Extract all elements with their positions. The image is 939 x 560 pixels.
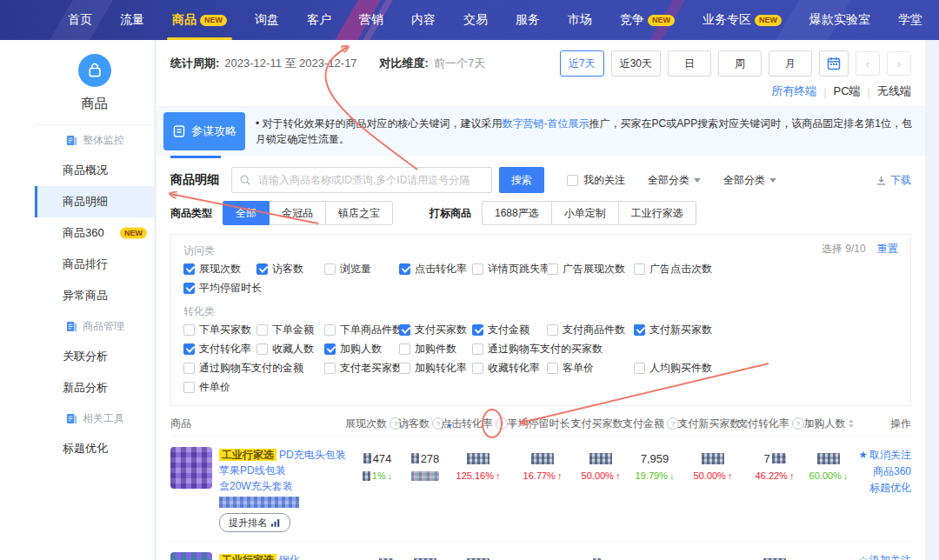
nav-item-流量[interactable]: 流量	[106, 0, 158, 40]
checkbox-icon[interactable]	[183, 324, 195, 336]
product-title-link[interactable]: 钢化	[279, 554, 300, 560]
metric-checkbox-支付转化率[interactable]: 支付转化率	[183, 342, 256, 357]
reset-link[interactable]: 重置	[877, 243, 898, 255]
metric-checkbox-点击转化率[interactable]: 点击转化率	[399, 262, 472, 277]
action-link-标题优化[interactable]: 标题优化	[852, 480, 911, 497]
metric-checkbox-广告点击次数[interactable]: 广告点击次数	[634, 262, 898, 277]
nav-item-内容[interactable]: 内容	[397, 0, 450, 40]
mark-option-1688严选[interactable]: 1688严选	[482, 201, 552, 225]
checkbox-icon[interactable]	[256, 343, 268, 355]
sidebar-item-新品分析[interactable]: 新品分析	[35, 372, 154, 403]
metric-checkbox-客单价[interactable]: 客单价	[547, 361, 634, 376]
type-option-金冠品[interactable]: 金冠品	[269, 201, 326, 225]
checkbox-icon[interactable]	[472, 363, 483, 374]
checkbox-icon[interactable]	[399, 363, 410, 374]
strategy-badge[interactable]: 参谋攻略	[163, 112, 245, 150]
sidebar-group-相关工具[interactable]: 相关工具	[35, 403, 154, 433]
category-dropdown-2[interactable]: 全部分类	[723, 173, 776, 188]
metric-checkbox-展现次数[interactable]: 展现次数	[183, 262, 256, 277]
category-dropdown-1[interactable]: 全部分类	[648, 173, 701, 188]
nav-item-业务专区[interactable]: 业务专区NEW	[689, 0, 796, 40]
help-icon[interactable]: ?	[792, 417, 804, 430]
metric-checkbox-加购转化率[interactable]: 加购转化率	[399, 361, 472, 376]
type-option-全部[interactable]: 全部	[223, 201, 270, 225]
mark-option-工业行家选[interactable]: 工业行家选	[618, 201, 696, 225]
terminal-所有终端[interactable]: 所有终端	[771, 83, 816, 99]
nav-item-爆款实验室[interactable]: 爆款实验室	[796, 0, 884, 40]
metric-checkbox-下单商品件数[interactable]: 下单商品件数	[324, 323, 399, 337]
metric-checkbox-支付买家数[interactable]: 支付买家数	[399, 323, 472, 337]
metric-checkbox-支付商品件数[interactable]: 支付商品件数	[547, 323, 634, 337]
checkbox-icon[interactable]	[634, 363, 645, 374]
tip-link[interactable]: 数字营销-首位展示	[503, 117, 589, 130]
nav-item-交易[interactable]: 交易	[450, 0, 502, 40]
nav-item-服务[interactable]: 服务	[502, 0, 554, 40]
metric-checkbox-详情页跳失率[interactable]: 详情页跳失率	[472, 262, 547, 277]
nav-item-商品[interactable]: 商品NEW	[158, 0, 241, 40]
rank-boost-button[interactable]: 提升排名	[219, 513, 290, 532]
product-title-link[interactable]: 盒20W充头套装	[219, 480, 293, 492]
metric-checkbox-广告展现次数[interactable]: 广告展现次数	[547, 262, 634, 277]
sidebar-item-商品360[interactable]: 商品360NEW	[35, 217, 154, 249]
range-button-周[interactable]: 周	[718, 50, 762, 77]
checkbox-icon[interactable]	[547, 263, 558, 275]
action-link-添加关注[interactable]: ☆添加关注	[852, 552, 911, 560]
range-button-近30天[interactable]: 近30天	[611, 50, 661, 77]
metric-checkbox-平均停留时长[interactable]: 平均停留时长	[183, 281, 256, 296]
checkbox-icon[interactable]	[547, 363, 558, 374]
checkbox-icon[interactable]	[256, 324, 268, 336]
sidebar-item-关联分析[interactable]: 关联分析	[35, 341, 154, 372]
range-button-近7天[interactable]: 近7天	[560, 50, 604, 77]
sidebar-group-整体监控[interactable]: 整体监控	[35, 125, 154, 155]
nav-item-市场[interactable]: 市场	[554, 0, 606, 40]
sidebar-item-商品概况[interactable]: 商品概况	[35, 155, 154, 186]
terminal-PC端[interactable]: PC端	[834, 83, 861, 99]
checkbox-icon[interactable]	[183, 263, 195, 275]
checkbox-icon[interactable]	[324, 263, 336, 275]
industry-badge[interactable]: 工业行家选	[219, 449, 276, 461]
type-option-镇店之宝[interactable]: 镇店之宝	[325, 201, 393, 225]
checkbox-icon[interactable]	[399, 263, 410, 275]
mark-option-小单定制[interactable]: 小单定制	[551, 201, 619, 225]
industry-badge[interactable]: 工业行家选	[219, 554, 276, 560]
my-follow-checkbox-box[interactable]	[567, 175, 578, 186]
checkbox-icon[interactable]	[183, 283, 195, 294]
download-link[interactable]: 下载	[876, 173, 911, 188]
metric-checkbox-支付金额[interactable]: 支付金额	[472, 323, 547, 337]
checkbox-icon[interactable]	[183, 343, 195, 355]
nav-item-竞争[interactable]: 竞争NEW	[606, 0, 689, 40]
sidebar-group-商品管理[interactable]: 商品管理	[35, 311, 154, 341]
metric-checkbox-访客数[interactable]: 访客数	[256, 262, 324, 277]
checkbox-icon[interactable]	[547, 324, 558, 336]
action-link-商品360[interactable]: 商品360	[852, 463, 911, 480]
metric-checkbox-收藏人数[interactable]: 收藏人数	[256, 342, 324, 357]
next-period-button[interactable]: ›	[887, 51, 911, 76]
metric-checkbox-加购件数[interactable]: 加购件数	[399, 342, 472, 357]
nav-item-学堂[interactable]: 学堂	[884, 0, 936, 40]
range-button-日[interactable]: 日	[668, 50, 711, 77]
metric-checkbox-支付老买家数[interactable]: 支付老买家数	[324, 361, 399, 376]
checkbox-icon[interactable]	[399, 324, 410, 336]
range-button-月[interactable]: 月	[769, 50, 812, 77]
checkbox-icon[interactable]	[324, 324, 336, 336]
prev-period-button[interactable]: ‹	[856, 51, 880, 76]
checkbox-icon[interactable]	[472, 343, 483, 355]
checkbox-icon[interactable]	[634, 324, 645, 336]
metric-checkbox-通过购物车支付的金额[interactable]: 通过购物车支付的金额	[183, 361, 324, 376]
calendar-button[interactable]	[819, 50, 849, 77]
checkbox-icon[interactable]	[256, 263, 268, 275]
metric-checkbox-加购人数[interactable]: 加购人数	[324, 342, 399, 357]
help-icon[interactable]: ?	[496, 417, 508, 430]
action-link-取消关注[interactable]: ★取消关注	[852, 447, 911, 463]
terminal-无线端[interactable]: 无线端	[877, 83, 911, 99]
search-input[interactable]	[256, 173, 484, 187]
metric-checkbox-人均购买件数[interactable]: 人均购买件数	[634, 361, 898, 376]
product-thumbnail[interactable]	[170, 552, 212, 560]
product-thumbnail[interactable]	[170, 447, 212, 489]
checkbox-icon[interactable]	[634, 263, 645, 275]
nav-item-询盘[interactable]: 询盘	[241, 0, 293, 40]
checkbox-icon[interactable]	[399, 343, 410, 355]
metric-checkbox-支付新买家数[interactable]: 支付新买家数	[634, 323, 898, 337]
metric-checkbox-通过购物车支付的买家数[interactable]: 通过购物车支付的买家数	[472, 342, 634, 357]
search-button[interactable]: 搜索	[499, 167, 544, 193]
